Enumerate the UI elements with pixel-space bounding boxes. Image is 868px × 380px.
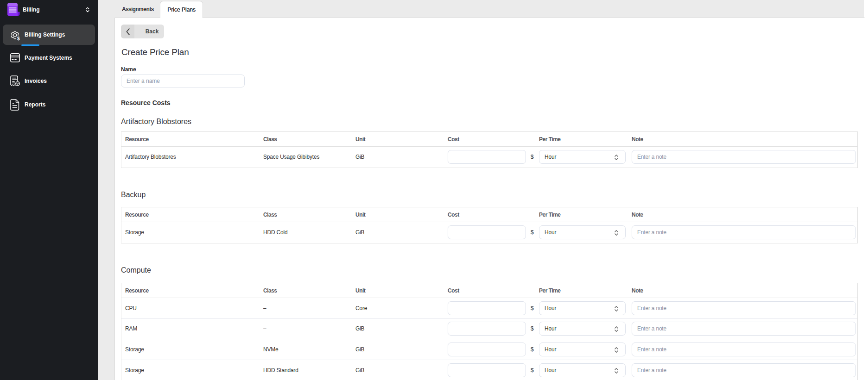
svg-text:$: $: [17, 36, 20, 41]
